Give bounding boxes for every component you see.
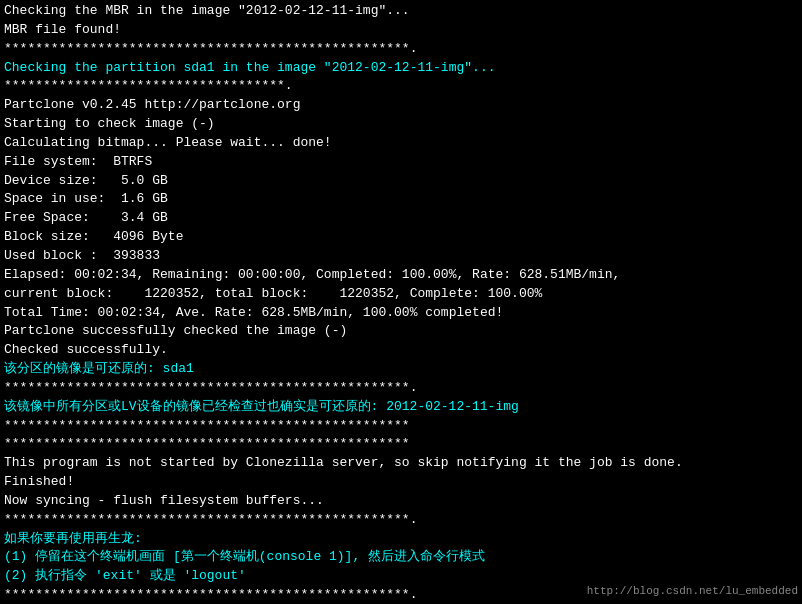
terminal-line: This program is not started by Clonezill… bbox=[4, 454, 798, 473]
terminal-line: 该分区的镜像是可还原的: sda1 bbox=[4, 360, 798, 379]
terminal-line: Total Time: 00:02:34, Ave. Rate: 628.5MB… bbox=[4, 304, 798, 323]
terminal-line: Elapsed: 00:02:34, Remaining: 00:00:00, … bbox=[4, 266, 798, 285]
terminal-line: ****************************************… bbox=[4, 379, 798, 398]
terminal-line: ****************************************… bbox=[4, 435, 798, 454]
terminal-line: (1) 停留在这个终端机画面 [第一个终端机(console 1)], 然后进入… bbox=[4, 548, 798, 567]
terminal-line: 该镜像中所有分区或LV设备的镜像已经检查过也确实是可还原的: 2012-02-1… bbox=[4, 398, 798, 417]
terminal-window: Checking the MBR in the image "2012-02-1… bbox=[0, 0, 802, 604]
terminal-line: ************************************. bbox=[4, 77, 798, 96]
terminal-line: Checked successfully. bbox=[4, 341, 798, 360]
terminal-line: Now syncing - flush filesystem buffers..… bbox=[4, 492, 798, 511]
terminal-line: ****************************************… bbox=[4, 511, 798, 530]
terminal-line: File system: BTRFS bbox=[4, 153, 798, 172]
terminal-line: ****************************************… bbox=[4, 417, 798, 436]
terminal-line: 如果你要再使用再生龙: bbox=[4, 530, 798, 549]
terminal-line: Block size: 4096 Byte bbox=[4, 228, 798, 247]
terminal-line: current block: 1220352, total block: 122… bbox=[4, 285, 798, 304]
terminal-line: Used block : 393833 bbox=[4, 247, 798, 266]
terminal-line: Device size: 5.0 GB bbox=[4, 172, 798, 191]
terminal-line: ****************************************… bbox=[4, 40, 798, 59]
terminal-line: Space in use: 1.6 GB bbox=[4, 190, 798, 209]
terminal-line: Calculating bitmap... Please wait... don… bbox=[4, 134, 798, 153]
terminal-line: Partclone v0.2.45 http://partclone.org bbox=[4, 96, 798, 115]
terminal-line: MBR file found! bbox=[4, 21, 798, 40]
watermark: http://blog.csdn.net/lu_embedded bbox=[587, 584, 798, 600]
terminal-line: Free Space: 3.4 GB bbox=[4, 209, 798, 228]
terminal-line: Finished! bbox=[4, 473, 798, 492]
terminal-line: Checking the MBR in the image "2012-02-1… bbox=[4, 2, 798, 21]
terminal-output: Checking the MBR in the image "2012-02-1… bbox=[4, 2, 798, 604]
terminal-line: Starting to check image (-) bbox=[4, 115, 798, 134]
terminal-line: Checking the partition sda1 in the image… bbox=[4, 59, 798, 78]
terminal-line: Partclone successfully checked the image… bbox=[4, 322, 798, 341]
